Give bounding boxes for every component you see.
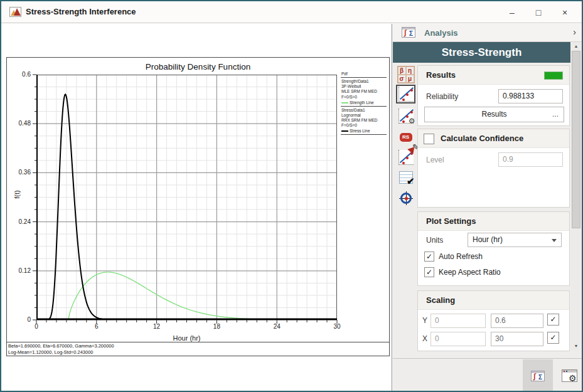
scaling-x-auto-checkbox[interactable]: ✓ (547, 332, 559, 344)
analysis-fx-icon: ∫Σ (402, 27, 415, 38)
results-button[interactable]: Results ... (424, 107, 564, 122)
legend-title: Pdf (341, 72, 387, 77)
rs-draw-icon[interactable]: RS✎ (396, 128, 415, 147)
minimize-button[interactable]: – (499, 8, 525, 18)
scaling-y-min-field: 0 (431, 314, 486, 328)
plot-canvas[interactable] (36, 75, 337, 320)
plot-settings-section: Plot Settings Units Hour (hr) ✓ Auto Ref… (417, 211, 570, 286)
scroll-up-arrow-icon[interactable]: ▲ (571, 42, 581, 51)
results-section-header: Results (418, 66, 569, 85)
scaling-x-max-field[interactable]: 30 (491, 332, 543, 346)
analysis-panel: ∫Σ Analysis › Stress-Strength βησμ ⚙ RS✎… (393, 24, 583, 392)
confidence-section: Calculate Confidence Level 0.9 (417, 129, 570, 208)
x-axis-ticks: 0612182430 (36, 323, 337, 331)
keep-aspect-ratio-label: Keep Aspect Ratio (439, 268, 501, 277)
collapse-panel-chevron-icon[interactable]: › (573, 27, 576, 37)
scaling-section: Scaling Y 0 0.6 ✓ X 0 30 ✓ (417, 290, 570, 351)
plot-setup-icon[interactable]: ⚙ (396, 107, 415, 125)
application-setup-tab-button[interactable]: ⚙ (554, 359, 583, 392)
strength-line-swatch (341, 102, 348, 103)
app-window: Stress-Strength Interference – □ × Proba… (0, 0, 583, 392)
confidence-section-header: Calculate Confidence (418, 129, 569, 148)
level-label: Level (426, 156, 444, 164)
plot-legend: Pdf Strength!Data1 3P-Weibull MLE SRM FM… (341, 72, 387, 136)
results-section: Results Reliability 0.988133 Results ... (417, 65, 570, 126)
units-label: Units (426, 236, 443, 245)
scaling-x-min-field: 0 (431, 332, 486, 346)
scaling-y-max-field[interactable]: 0.6 (491, 314, 543, 328)
analysis-tab-button[interactable]: ∫Σ (523, 359, 553, 392)
plot-annotate-icon[interactable] (396, 148, 415, 167)
scaling-x-label: X (422, 334, 427, 343)
distribution-parameters-icon[interactable]: βησμ (396, 65, 415, 84)
scaling-y-auto-checkbox[interactable]: ✓ (547, 314, 559, 326)
probability-plot-icon[interactable] (396, 85, 415, 103)
app-chart-icon (9, 7, 21, 17)
x-axis-label: Hour (hr) (36, 334, 337, 342)
worksheet-check-icon[interactable]: ✔ (396, 168, 415, 187)
results-ellipsis: ... (552, 107, 559, 122)
reliability-value-field[interactable]: 0.988133 (498, 89, 563, 103)
level-field: 0.9 (498, 152, 563, 167)
status-badge (544, 72, 563, 80)
scrollbar-thumb[interactable] (572, 51, 580, 228)
keep-aspect-ratio-checkbox[interactable]: ✓ (424, 267, 434, 277)
plot-panel: Probability Density Function f(t) 00.120… (1, 24, 392, 392)
window-gear-icon: ⚙ (562, 369, 577, 382)
y-axis-ticks: 00.120.240.360.480.6 (7, 75, 32, 320)
plot-settings-header: Plot Settings (418, 212, 569, 231)
legend-group-strength: Strength!Data1 3P-Weibull MLE SRM FM MED… (341, 79, 387, 105)
titlebar: Stress-Strength Interference – □ × (1, 1, 582, 23)
panel-bottom-tab-strip: ∫Σ ⚙ (393, 358, 583, 392)
scaling-header: Scaling (418, 291, 569, 310)
auto-refresh-checkbox[interactable]: ✓ (424, 252, 434, 262)
auto-refresh-label: Auto Refresh (439, 252, 483, 261)
calculate-confidence-checkbox[interactable] (424, 134, 434, 144)
close-button[interactable]: × (552, 8, 578, 18)
maximize-button[interactable]: □ (525, 8, 552, 18)
panel-scrollbar[interactable]: ▲ ▼ (571, 42, 581, 351)
analysis-tab-strip: ∫Σ Analysis › (393, 24, 583, 42)
plot-parameter-footer: Beta=1.690000, Eta=6.670000, Gamma=3.200… (7, 342, 389, 356)
analysis-tab-label: Analysis (424, 28, 457, 38)
analysis-fx-icon: ∫Σ (531, 371, 545, 381)
target-icon[interactable] (396, 189, 415, 208)
legend-group-stress: Stress!Data1 Lognormal RRX SRM FM MED F=… (341, 108, 387, 134)
stress-line-swatch (341, 130, 348, 132)
scaling-y-label: Y (422, 316, 427, 325)
plot-title: Probability Density Function (7, 62, 389, 72)
stress-strength-header: Stress-Strength (393, 42, 570, 63)
units-dropdown[interactable]: Hour (hr) (468, 233, 562, 247)
dropdown-arrow-icon (552, 239, 557, 242)
window-title: Stress-Strength Interference (26, 7, 136, 16)
plot-frame: Probability Density Function f(t) 00.120… (6, 57, 390, 356)
scroll-down-arrow-icon[interactable]: ▼ (571, 342, 581, 351)
reliability-label: Reliability (426, 92, 458, 101)
